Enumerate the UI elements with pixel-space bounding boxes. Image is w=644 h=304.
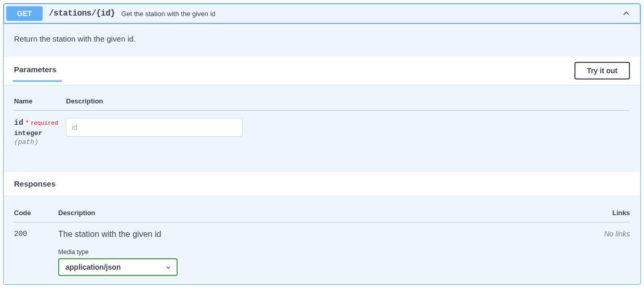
responses-col-links: Links [586, 204, 630, 222]
try-it-out-button[interactable]: Try it out [574, 62, 630, 80]
responses-col-description: Description [58, 204, 586, 222]
parameters-table: Name Description id * required integer (… [14, 92, 630, 149]
operation-description: Return the station with the given id. [4, 24, 640, 57]
parameters-title: Parameters [14, 65, 57, 77]
param-required-label: required [31, 120, 58, 126]
responses-title: Responses [14, 179, 630, 188]
collapse-toggle[interactable] [615, 9, 638, 18]
parameters-body: Name Description id * required integer (… [4, 85, 640, 172]
response-row: 200 The station with the given id Media … [14, 222, 630, 280]
operation-path: /stations/{id} [43, 9, 121, 18]
param-input-id[interactable] [66, 118, 243, 137]
param-type: integer [14, 129, 66, 137]
parameter-row: id * required integer (path) [14, 111, 630, 150]
http-method-badge: GET [6, 6, 43, 21]
media-type-label: Media type [58, 248, 586, 256]
operation-block: GET /stations/{id} Get the station with … [3, 3, 641, 285]
media-type-select[interactable]: application/json [58, 258, 178, 276]
response-description: The station with the given id [58, 230, 586, 239]
responses-body: Code Description Links 200 The station w… [4, 195, 640, 284]
media-type-select-wrap: application/json [58, 258, 178, 276]
params-col-name: Name [14, 92, 66, 111]
response-code: 200 [14, 222, 58, 280]
chevron-up-icon [622, 9, 630, 18]
responses-table: Code Description Links 200 The station w… [14, 204, 630, 279]
responses-header: Responses [4, 172, 640, 195]
param-in: (path) [14, 138, 66, 146]
parameters-header: Parameters Try it out [4, 57, 640, 85]
response-links: No links [586, 222, 630, 280]
operation-body: Return the station with the given id. Pa… [4, 24, 640, 284]
param-name: id [14, 118, 23, 127]
responses-col-code: Code [14, 204, 58, 222]
operation-summary[interactable]: GET /stations/{id} Get the station with … [4, 4, 640, 24]
required-star-icon: * [23, 119, 29, 126]
operation-summary-text: Get the station with the given id [121, 10, 615, 18]
params-col-description: Description [66, 92, 630, 111]
